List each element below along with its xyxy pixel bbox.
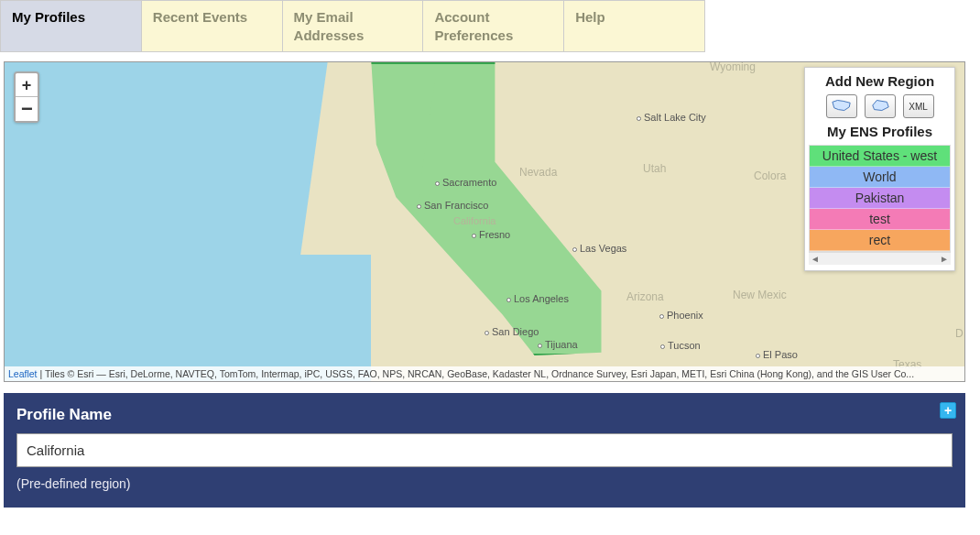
region-panel: Add New Region XML My ENS Profiles Unite… <box>804 67 955 271</box>
add-profile-button[interactable]: + <box>940 402 956 419</box>
state-new-mexico: New Mexic <box>733 289 787 301</box>
map[interactable]: Sacramento San Francisco California Fres… <box>4 61 965 382</box>
add-region-title: Add New Region <box>809 73 951 89</box>
tab-account-preferences[interactable]: Account Preferences <box>423 1 564 51</box>
tab-bar: My Profiles Recent Events My Email Addre… <box>0 0 705 52</box>
city-sacramento: Sacramento <box>435 177 496 188</box>
city-san-francisco: San Francisco <box>417 200 488 211</box>
profile-hint: (Pre-defined region) <box>16 476 953 491</box>
city-fresno: Fresno <box>472 229 510 240</box>
region-tool-row: XML <box>809 94 951 118</box>
profile-form: + Profile Name (Pre-defined region) <box>4 393 965 508</box>
custom-polygon-button[interactable] <box>865 94 896 118</box>
profiles-horizontal-scroll[interactable]: ◄► <box>809 252 951 265</box>
map-attribution: Leaflet | Tiles © Esri — Esri, DeLorme, … <box>5 366 964 381</box>
city-los-angeles: Los Angeles <box>506 293 569 304</box>
state-colorado: Colora <box>754 169 786 182</box>
tab-help[interactable]: Help <box>564 1 705 51</box>
usa-shape-icon <box>832 98 852 115</box>
state-utah: Utah <box>643 162 666 175</box>
profile-item-us-west[interactable]: United States - west <box>810 146 950 167</box>
profile-name-label: Profile Name <box>16 406 953 424</box>
zoom-in-button[interactable]: + <box>16 73 38 97</box>
profiles-list[interactable]: United States - west World Pakistan test… <box>809 145 951 252</box>
profile-item-rect[interactable]: rect <box>810 230 950 251</box>
state-arizona: Arizona <box>626 290 664 303</box>
city-tucson: Tucson <box>660 340 701 351</box>
state-d: D <box>955 327 964 340</box>
tab-recent-events[interactable]: Recent Events <box>142 1 283 51</box>
zoom-out-button[interactable]: − <box>16 97 38 121</box>
zoom-control: + − <box>14 71 39 123</box>
polygon-icon <box>870 98 890 115</box>
city-san-diego: San Diego <box>485 326 539 337</box>
leaflet-link[interactable]: Leaflet <box>8 368 38 379</box>
profile-name-input[interactable] <box>16 433 953 467</box>
city-tijuana: Tijuana <box>538 339 578 350</box>
plus-icon: + <box>944 403 952 418</box>
attribution-text: | Tiles © Esri — Esri, DeLorme, NAVTEQ, … <box>38 368 915 379</box>
city-phoenix: Phoenix <box>659 310 703 321</box>
state-wyoming: Wyoming <box>710 61 756 73</box>
city-salt-lake: Salt Lake City <box>637 112 706 123</box>
xml-region-button[interactable]: XML <box>903 94 934 118</box>
state-california-label: California <box>453 215 495 226</box>
profile-item-pakistan[interactable]: Pakistan <box>810 188 950 209</box>
profiles-list-title: My ENS Profiles <box>809 124 951 139</box>
tab-my-email-addresses[interactable]: My Email Addresses <box>283 1 424 51</box>
city-las-vegas: Las Vegas <box>572 243 626 254</box>
tab-my-profiles[interactable]: My Profiles <box>1 1 142 51</box>
predefined-region-button[interactable] <box>826 94 857 118</box>
profile-item-world[interactable]: World <box>810 167 950 188</box>
state-nevada: Nevada <box>519 166 557 179</box>
profile-item-test[interactable]: test <box>810 209 950 230</box>
city-el-paso: El Paso <box>756 349 798 360</box>
